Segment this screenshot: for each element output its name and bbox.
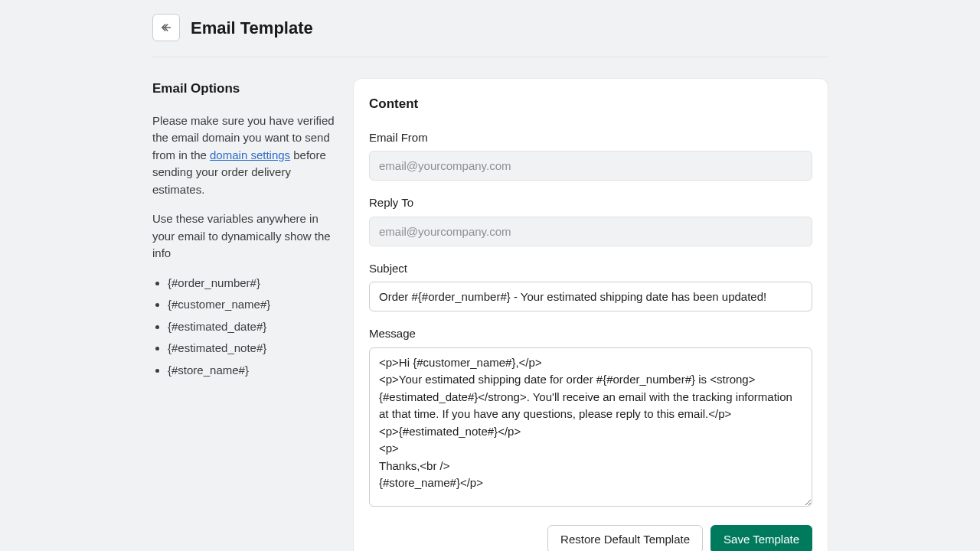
content-title: Content <box>369 94 812 114</box>
variable-item: {#customer_name#} <box>168 296 338 314</box>
variable-item: {#estimated_date#} <box>168 318 338 336</box>
message-textarea[interactable] <box>369 347 812 507</box>
email-from-label: Email From <box>369 129 812 147</box>
subject-input[interactable] <box>369 282 812 311</box>
reply-to-input[interactable] <box>369 217 812 246</box>
field-message: Message <box>369 325 812 511</box>
restore-default-button[interactable]: Restore Default Template <box>547 525 703 552</box>
field-reply-to: Reply To <box>369 194 812 246</box>
back-button[interactable] <box>152 14 180 41</box>
field-subject: Subject <box>369 260 812 312</box>
subject-label: Subject <box>369 260 812 278</box>
sidebar: Email Options Please make sure you have … <box>152 79 338 383</box>
page-header: Email Template <box>152 14 828 57</box>
variable-item: {#order_number#} <box>168 275 338 292</box>
actions-row: Restore Default Template Save Template <box>369 525 812 552</box>
variable-item: {#estimated_note#} <box>168 340 338 357</box>
field-email-from: Email From <box>369 129 812 181</box>
sidebar-intro: Please make sure you have verified the e… <box>152 112 338 199</box>
reply-to-label: Reply To <box>369 194 812 212</box>
variables-list: {#order_number#} {#customer_name#} {#est… <box>152 275 338 380</box>
domain-settings-link[interactable]: domain settings <box>210 148 290 161</box>
save-template-button[interactable]: Save Template <box>710 525 812 552</box>
content-card: Content Email From Reply To Subject Mess… <box>354 79 828 551</box>
message-label: Message <box>369 325 812 343</box>
variable-item: {#store_name#} <box>168 362 338 380</box>
sidebar-title: Email Options <box>152 79 338 99</box>
email-from-input[interactable] <box>369 151 812 181</box>
arrow-left-icon <box>159 21 173 34</box>
page-title: Email Template <box>191 15 313 41</box>
variables-intro: Use these variables anywhere in your ema… <box>152 210 338 262</box>
